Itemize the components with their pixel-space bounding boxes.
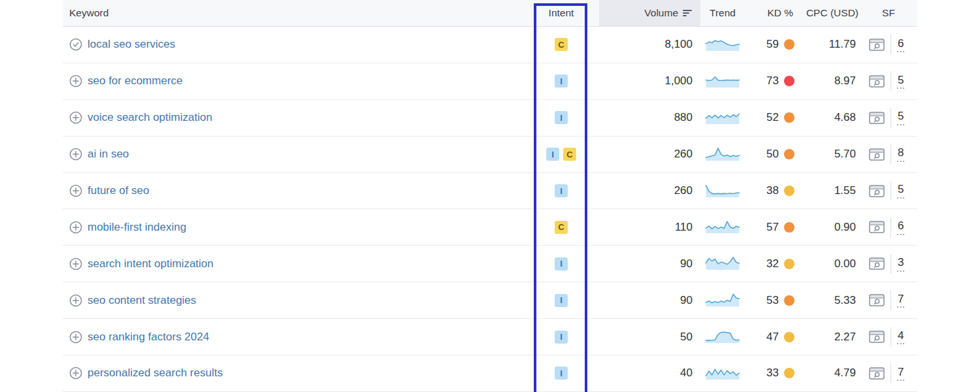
table-row: ai in seo IC 260 50 5.70 8 (63, 137, 917, 173)
sf-cell: 5 (860, 173, 917, 209)
kd-value: 57 (766, 221, 779, 234)
sf-cell: 8 (860, 137, 917, 172)
kd-difficulty-dot (784, 295, 794, 306)
column-header-kd: KD % (745, 0, 798, 26)
trend-sparkline (705, 35, 740, 55)
keyword-link[interactable]: future of seo (88, 184, 150, 197)
trend-sparkline (705, 327, 740, 347)
table-row: personalized search results I 40 33 4.79… (63, 355, 917, 392)
plus-circle-icon[interactable] (69, 148, 82, 161)
column-header-kd-label: KD % (767, 7, 793, 19)
sf-value[interactable]: 4 (897, 329, 904, 345)
serp-analysis-icon[interactable] (869, 330, 885, 344)
sf-value[interactable]: 8 (897, 146, 904, 162)
sf-value[interactable]: 3 (897, 256, 904, 272)
sf-divider (890, 254, 891, 274)
kd-difficulty-dot (784, 332, 794, 342)
plus-circle-icon[interactable] (69, 74, 82, 88)
sf-value[interactable]: 6 (897, 37, 904, 53)
sf-cell: 7 (860, 355, 917, 391)
column-header-volume-label: Volume (644, 7, 678, 19)
intent-badge-commercial: C (555, 38, 568, 51)
sf-divider (890, 363, 891, 383)
trend-cell (700, 137, 745, 172)
sf-value[interactable]: 5 (897, 74, 904, 90)
sf-divider (890, 35, 891, 54)
sf-divider (890, 327, 891, 347)
keyword-cell: personalized search results (63, 355, 534, 391)
keyword-link[interactable]: search intent optimization (88, 257, 214, 270)
column-header-cpc: CPC (USD) (798, 0, 860, 26)
volume-value: 90 (588, 282, 700, 318)
table-row: seo content strategies I 90 53 5.33 7 (63, 282, 917, 319)
keyword-cell: local seo services (63, 27, 534, 63)
trend-sparkline (705, 144, 740, 165)
kd-value: 53 (766, 294, 779, 307)
keyword-link[interactable]: personalized search results (88, 367, 223, 380)
intent-badge-commercial: C (555, 221, 568, 234)
column-header-sf: SF (860, 0, 917, 26)
keyword-link[interactable]: local seo services (88, 38, 175, 51)
sf-cell: 7 (860, 282, 917, 318)
serp-analysis-icon[interactable] (869, 111, 885, 125)
kd-value: 38 (766, 184, 779, 197)
cpc-value: 11.79 (798, 27, 860, 63)
sf-cell: 6 (860, 209, 917, 245)
sf-value[interactable]: 7 (897, 366, 904, 382)
plus-circle-icon[interactable] (69, 257, 82, 270)
trend-cell (700, 173, 745, 209)
serp-analysis-icon[interactable] (869, 74, 885, 88)
sort-desc-icon[interactable] (683, 10, 693, 16)
sf-value[interactable]: 5 (897, 110, 904, 125)
intent-cell: I (534, 355, 588, 391)
intent-cell: I (534, 173, 588, 209)
plus-circle-icon[interactable] (69, 331, 82, 344)
sf-divider (890, 218, 891, 237)
sf-value[interactable]: 7 (897, 293, 904, 308)
plus-circle-icon[interactable] (69, 367, 82, 380)
keyword-link[interactable]: seo content strategies (88, 294, 196, 307)
sf-value[interactable]: 6 (897, 220, 904, 235)
volume-value: 260 (588, 137, 700, 172)
serp-analysis-icon[interactable] (869, 184, 885, 198)
plus-circle-icon[interactable] (69, 184, 82, 197)
keyword-link[interactable]: ai in seo (88, 148, 129, 161)
kd-difficulty-dot (784, 222, 794, 233)
serp-analysis-icon[interactable] (869, 293, 885, 307)
cpc-value: 4.68 (798, 100, 860, 136)
kd-difficulty-dot (784, 149, 794, 159)
volume-value: 40 (588, 355, 700, 391)
keyword-link[interactable]: seo ranking factors 2024 (88, 331, 209, 344)
check-circle-icon[interactable] (69, 38, 82, 51)
plus-circle-icon[interactable] (69, 111, 82, 124)
serp-analysis-icon[interactable] (869, 38, 885, 52)
kd-value: 47 (766, 331, 779, 344)
serp-analysis-icon[interactable] (869, 148, 885, 161)
kd-cell: 73 (745, 63, 798, 99)
serp-analysis-icon[interactable] (869, 367, 885, 380)
keyword-cell: seo ranking factors 2024 (63, 319, 534, 355)
intent-cell: I (534, 63, 588, 99)
plus-circle-icon[interactable] (69, 294, 82, 307)
trend-cell (700, 63, 745, 99)
trend-cell (700, 319, 745, 355)
column-header-volume[interactable]: Volume (588, 0, 700, 26)
volume-value: 50 (588, 319, 700, 355)
volume-value: 90 (588, 246, 700, 282)
keyword-link[interactable]: mobile-first indexing (88, 221, 186, 234)
serp-analysis-icon[interactable] (869, 257, 885, 270)
kd-value: 52 (766, 111, 779, 124)
plus-circle-icon[interactable] (69, 221, 82, 234)
keyword-link[interactable]: voice search optimization (88, 111, 212, 124)
intent-badge-informational: I (555, 294, 568, 307)
keyword-link[interactable]: seo for ecommerce (88, 74, 183, 88)
serp-analysis-icon[interactable] (869, 220, 885, 234)
kd-cell: 47 (745, 319, 798, 355)
sf-divider (890, 71, 891, 91)
keyword-cell: ai in seo (63, 137, 534, 172)
column-header-trend: Trend (700, 0, 745, 26)
trend-sparkline (705, 363, 740, 384)
intent-cell: I (534, 246, 588, 282)
table-header-row: Keyword Intent Volume Trend KD % CPC (US… (63, 0, 917, 27)
sf-value[interactable]: 5 (897, 183, 904, 199)
